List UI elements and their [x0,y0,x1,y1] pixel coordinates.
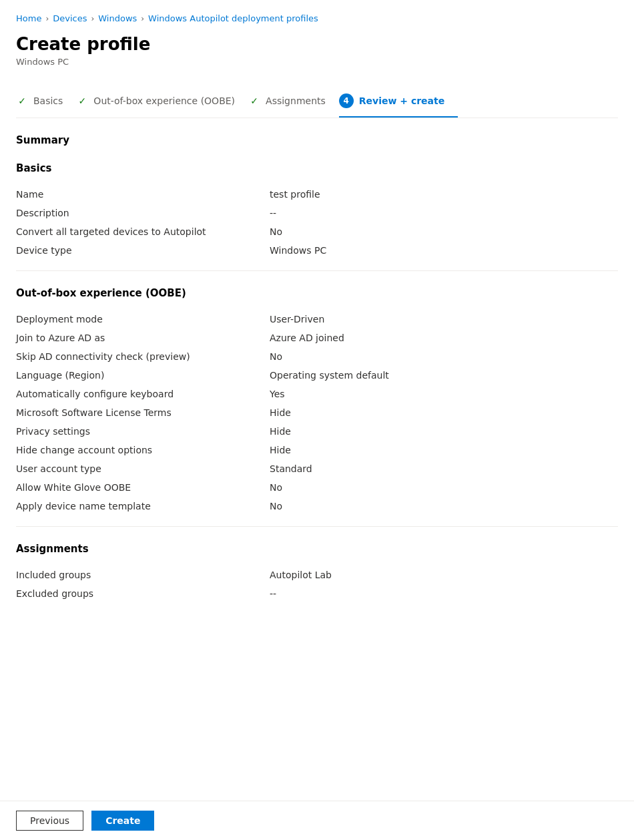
page-subtitle: Windows PC [16,57,618,67]
table-row: Microsoft Software License Terms Hide [16,403,618,422]
breadcrumb: Home › Devices › Windows › Windows Autop… [16,13,618,23]
basics-device-type-value: Windows PC [270,241,618,260]
oobe-deploy-value: User-Driven [270,310,618,329]
basics-device-type-label: Device type [16,241,270,260]
assignments-excluded-label: Excluded groups [16,584,270,603]
summary-label: Summary [16,134,618,146]
basics-desc-value: -- [270,204,618,222]
assignments-included-label: Included groups [16,566,270,584]
oobe-table: Deployment mode User-Driven Join to Azur… [16,310,618,515]
oobe-section-title: Out-of-box experience (OOBE) [16,287,618,299]
divider-2 [16,526,618,527]
assignments-section-title: Assignments [16,543,618,555]
table-row: Language (Region) Operating system defau… [16,366,618,385]
footer: Previous Create [0,801,634,840]
basics-section-title: Basics [16,162,618,174]
page-title: Create profile [16,34,618,54]
breadcrumb-sep-1: › [45,14,49,23]
main-content: Summary Basics Name test profile Descrip… [16,134,618,662]
table-row: Join to Azure AD as Azure AD joined [16,329,618,347]
step-basics-label: Basics [33,95,63,106]
breadcrumb-windows[interactable]: Windows [98,13,137,23]
oobe-language-label: Language (Region) [16,366,270,385]
oobe-hideacct-value: Hide [270,441,618,459]
oobe-keyboard-value: Yes [270,385,618,403]
step-oobe-label: Out-of-box experience (OOBE) [93,95,235,106]
step-assignments-label: Assignments [266,95,326,106]
oobe-license-label: Microsoft Software License Terms [16,403,270,422]
breadcrumb-devices[interactable]: Devices [53,13,87,23]
oobe-skip-label: Skip AD connectivity check (preview) [16,347,270,366]
step-review-label: Review + create [359,95,444,106]
oobe-deploy-label: Deployment mode [16,310,270,329]
step-oobe[interactable]: ✓ Out-of-box experience (OOBE) [76,87,248,116]
step-basics[interactable]: ✓ Basics [16,87,76,116]
breadcrumb-sep-3: › [141,14,144,23]
step-basics-check-icon: ✓ [16,95,28,107]
step-assignments[interactable]: ✓ Assignments [248,87,339,116]
step-assignments-check-icon: ✓ [248,95,260,107]
oobe-useracct-value: Standard [270,459,618,478]
breadcrumb-autopilot-profiles[interactable]: Windows Autopilot deployment profiles [148,13,318,23]
oobe-hideacct-label: Hide change account options [16,441,270,459]
table-row: Privacy settings Hide [16,422,618,441]
wizard-steps: ✓ Basics ✓ Out-of-box experience (OOBE) … [16,85,618,118]
basics-convert-label: Convert all targeted devices to Autopilo… [16,222,270,241]
step-review-num: 4 [339,93,354,108]
assignments-table: Included groups Autopilot Lab Excluded g… [16,566,618,603]
oobe-skip-value: No [270,347,618,366]
oobe-language-value: Operating system default [270,366,618,385]
table-row: Excluded groups -- [16,584,618,603]
step-review[interactable]: 4 Review + create [339,85,458,118]
breadcrumb-sep-2: › [91,14,94,23]
basics-convert-value: No [270,222,618,241]
table-row: Skip AD connectivity check (preview) No [16,347,618,366]
oobe-privacy-value: Hide [270,422,618,441]
table-row: Automatically configure keyboard Yes [16,385,618,403]
previous-button[interactable]: Previous [16,811,83,831]
oobe-join-label: Join to Azure AD as [16,329,270,347]
assignments-excluded-value: -- [270,584,618,603]
table-row: Convert all targeted devices to Autopilo… [16,222,618,241]
table-row: Apply device name template No [16,497,618,515]
oobe-privacy-label: Privacy settings [16,422,270,441]
table-row: User account type Standard [16,459,618,478]
create-button[interactable]: Create [91,811,154,831]
oobe-join-value: Azure AD joined [270,329,618,347]
step-oobe-check-icon: ✓ [76,95,88,107]
oobe-whiteglove-label: Allow White Glove OOBE [16,478,270,497]
basics-desc-label: Description [16,204,270,222]
table-row: Hide change account options Hide [16,441,618,459]
table-row: Name test profile [16,185,618,204]
oobe-devicename-label: Apply device name template [16,497,270,515]
oobe-keyboard-label: Automatically configure keyboard [16,385,270,403]
divider-1 [16,270,618,271]
basics-table: Name test profile Description -- Convert… [16,185,618,260]
oobe-useracct-label: User account type [16,459,270,478]
table-row: Included groups Autopilot Lab [16,566,618,584]
table-row: Allow White Glove OOBE No [16,478,618,497]
oobe-devicename-value: No [270,497,618,515]
breadcrumb-home[interactable]: Home [16,13,41,23]
oobe-whiteglove-value: No [270,478,618,497]
table-row: Description -- [16,204,618,222]
basics-name-value: test profile [270,185,618,204]
table-row: Deployment mode User-Driven [16,310,618,329]
basics-name-label: Name [16,185,270,204]
table-row: Device type Windows PC [16,241,618,260]
assignments-included-value: Autopilot Lab [270,566,618,584]
oobe-license-value: Hide [270,403,618,422]
